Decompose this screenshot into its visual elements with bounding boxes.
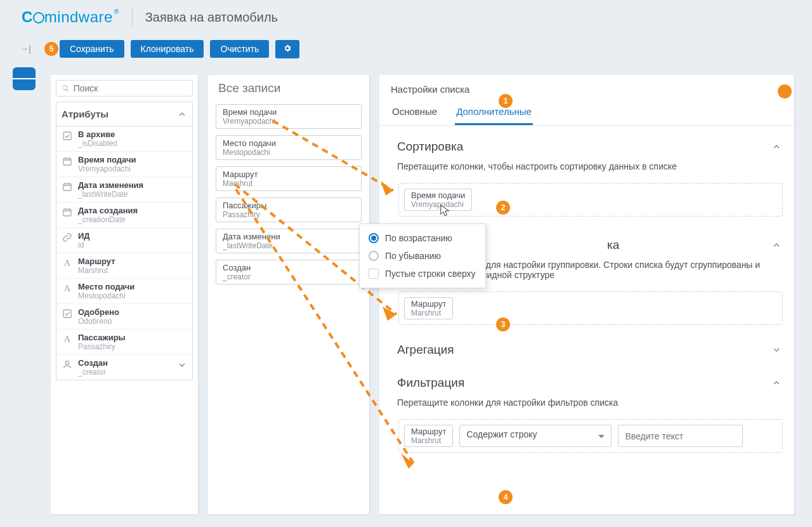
svg-rect-0 (63, 132, 71, 140)
search-input-wrapper[interactable] (56, 80, 193, 97)
settings-button[interactable] (275, 40, 299, 58)
sort-hint: Перетащите колонки, чтобы настроить сорт… (379, 159, 794, 180)
column-pill[interactable]: Время подачиVremyapodachi (216, 104, 362, 129)
sort-chip[interactable]: Время подачи Vremyapodachi (404, 189, 472, 211)
step-badge-1: 1 (499, 94, 513, 108)
attributes-panel: Атрибуты В архиве_isDisabledВремя подачи… (51, 75, 198, 514)
collapse-sidebar-button[interactable]: →| (18, 41, 33, 57)
svg-rect-4 (63, 310, 71, 317)
cal-icon (62, 156, 73, 167)
chevron-down-icon (771, 345, 782, 355)
attribute-item[interactable]: AМаршрутMarshrut (56, 253, 192, 279)
clone-button[interactable]: Клонировать (131, 40, 204, 58)
attribute-item[interactable]: AПассажирыPassazhiry (56, 330, 192, 355)
tab-main[interactable]: Основные (391, 100, 438, 125)
filter-dropzone[interactable]: Маршрут Marshrut Содержит строку (398, 419, 783, 453)
search-icon (62, 84, 70, 93)
search-input[interactable] (74, 83, 187, 93)
page-title: Заявка на автомобиль (145, 10, 278, 25)
svg-rect-2 (63, 183, 71, 190)
A-icon: A (62, 283, 73, 294)
A-icon: A (62, 333, 73, 345)
list-settings-panel: Настройки списка Основные Дополнительные… (379, 75, 794, 514)
chevron-up-icon (771, 378, 782, 388)
step-badge-3: 3 (496, 317, 510, 331)
step-badge-2: 2 (496, 201, 510, 215)
chevron-down-icon (177, 360, 187, 370)
check-icon (62, 308, 73, 319)
chevron-up-icon (771, 240, 782, 250)
tab-additional[interactable]: Дополнительные (455, 100, 533, 125)
chevron-up-icon (771, 142, 782, 152)
checkbox-icon (369, 269, 379, 279)
all-records-panel: Все записи Время подачиVremyapodachiМест… (208, 75, 369, 514)
attributes-list: В архиве_isDisabledВремя подачиVremyapod… (56, 126, 193, 380)
sort-asc-option[interactable]: По возрастанию (362, 229, 483, 247)
attributes-accordion-title: Атрибуты (62, 109, 108, 119)
cal-icon (62, 206, 73, 218)
attribute-item[interactable]: AМесто подачиMestopodachi (56, 279, 192, 304)
column-pill[interactable]: МаршрутMarshrut (216, 166, 362, 191)
filter-hint: Перетащите колонки для настройки фильтро… (379, 395, 794, 417)
sort-section-header[interactable]: Сортировка (379, 126, 794, 159)
blank-rows-top-option[interactable]: Пустые строки сверху (362, 265, 483, 283)
attribute-item[interactable]: Дата создания_creationDate (56, 203, 192, 228)
hamburger-button[interactable] (13, 67, 36, 90)
column-pill[interactable]: Дата изменени_lastWriteDate (216, 229, 362, 253)
filter-value-input[interactable] (618, 425, 743, 447)
sort-section-title: Сортировка (397, 140, 463, 154)
attribute-item[interactable]: Дата изменения_lastWriteDate (56, 177, 192, 203)
step-badge-5: 5 (44, 42, 58, 56)
aggregation-section-header[interactable]: Агрегация (379, 329, 794, 362)
attribute-item[interactable]: В архиве_isDisabled (56, 126, 192, 152)
column-pill[interactable]: Создан_creator (216, 260, 362, 284)
header-divider (132, 8, 133, 27)
attributes-accordion-header[interactable]: Атрибуты (56, 102, 193, 126)
filter-section-header[interactable]: Фильтрация (379, 362, 794, 395)
step-badge-4: 4 (499, 490, 513, 504)
attribute-item[interactable]: Создан_creator (56, 355, 192, 380)
svg-point-5 (65, 361, 69, 364)
filter-operator-select[interactable]: Содержит строку (459, 425, 612, 447)
gear-icon (283, 44, 292, 53)
sort-desc-option[interactable]: По убыванию (362, 247, 483, 265)
group-section-title-tail: ка (607, 238, 619, 252)
A-icon: A (62, 257, 73, 269)
radio-on-icon (369, 233, 379, 243)
filter-section-title: Фильтрация (397, 376, 464, 390)
svg-rect-3 (63, 209, 71, 216)
filter-chip[interactable]: Маршрут Marshrut (404, 425, 453, 447)
settings-tabs: Основные Дополнительные (379, 100, 794, 126)
chevron-up-icon (177, 109, 187, 119)
cal-icon (62, 181, 73, 192)
brand-logo: Cmindware® (22, 8, 119, 26)
radio-off-icon (369, 251, 379, 261)
attribute-item[interactable]: ОдобреноOdobreno (56, 304, 192, 330)
svg-rect-1 (63, 158, 71, 165)
group-dropzone[interactable]: Маршрут Marshrut (398, 291, 783, 325)
sort-direction-popup: По возрастанию По убыванию Пустые строки… (359, 223, 486, 288)
header-bar: Cmindware® Заявка на автомобиль (0, 0, 812, 34)
attribute-item[interactable]: Время подачиVremyapodachi (56, 152, 192, 177)
toolbar: →| 5 Сохранить Клонировать Очистить (0, 34, 812, 63)
column-pill[interactable]: ПассажирыPassazhiry (216, 197, 362, 222)
user-icon (62, 359, 73, 370)
column-pill[interactable]: Место подачиMestopodachi (216, 135, 362, 160)
all-records-title: Все записи (216, 75, 362, 104)
link-icon (62, 232, 73, 243)
attribute-item[interactable]: ИДid (56, 228, 192, 253)
clear-button[interactable]: Очистить (210, 40, 269, 58)
group-chip[interactable]: Маршрут Marshrut (404, 297, 453, 319)
aggregation-section-title: Агрегация (397, 343, 454, 357)
list-settings-title: Настройки списка (379, 75, 794, 100)
sort-dropzone[interactable]: Время подачи Vremyapodachi (398, 183, 783, 217)
check-icon (62, 130, 73, 142)
save-button[interactable]: Сохранить (60, 40, 124, 58)
